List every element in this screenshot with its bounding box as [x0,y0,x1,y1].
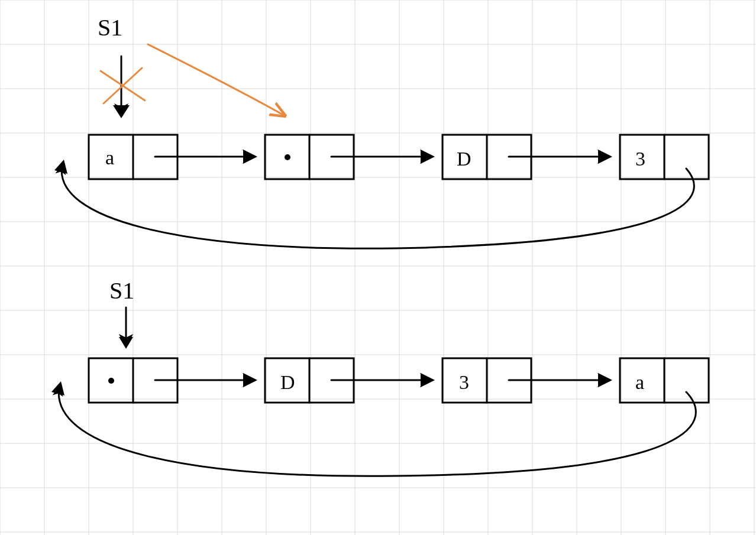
diagram-canvas: S1 a · [0,0,756,535]
pointer-arrowhead-top [113,105,130,118]
pointer-label-top: S1 [98,14,122,41]
cross-out-icon [101,68,145,103]
cell-value: 3 [635,148,645,170]
cons-cell-top-3: 3 [620,135,709,179]
cell-value: a [635,371,644,393]
redirect-arrow [148,44,284,115]
cell-value: a [105,147,114,168]
loop-arrow-bottom [59,387,696,476]
cell-value: D [280,371,295,393]
cell-value: D [457,148,471,170]
cell-value: 3 [459,371,469,393]
pointer-label-bottom: S1 [109,277,134,304]
cons-cell-bottom-3: a [620,358,709,403]
bottom-list: S1 · D 3 [51,277,709,476]
loop-arrow-top [62,166,694,248]
top-list: S1 a · [54,14,709,248]
